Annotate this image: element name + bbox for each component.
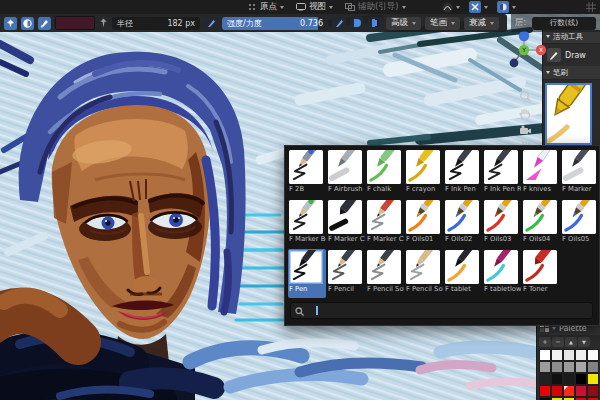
origin-dropdown[interactable]: 原点 bbox=[260, 1, 284, 13]
palette-swatch[interactable] bbox=[575, 349, 587, 361]
radius-slider[interactable]: 半径 182 px bbox=[112, 17, 200, 30]
brush-thumbnail[interactable] bbox=[328, 250, 362, 284]
brush-thumbnail[interactable] bbox=[367, 250, 401, 284]
brush-thumbnail[interactable] bbox=[484, 200, 518, 234]
pin-icon[interactable] bbox=[99, 18, 108, 28]
brush-thumbnail[interactable] bbox=[523, 250, 557, 284]
brush-thumbnail[interactable] bbox=[484, 250, 518, 284]
palette-swatch[interactable] bbox=[575, 373, 587, 385]
brush-thumbnail[interactable] bbox=[328, 200, 362, 234]
brush-item[interactable]: F Marker bbox=[561, 149, 599, 198]
view-dropdown[interactable]: 视图 bbox=[296, 1, 333, 13]
brush-item[interactable]: F tablet bbox=[444, 249, 482, 298]
brush-thumbnail[interactable] bbox=[328, 150, 362, 184]
palette-swatch[interactable] bbox=[575, 385, 587, 397]
orientation-dropdown[interactable] bbox=[469, 1, 488, 13]
palette-swatch[interactable] bbox=[587, 349, 599, 361]
guides-dropdown[interactable]: 辅助(引导) bbox=[345, 1, 406, 13]
palette-swatch[interactable] bbox=[563, 361, 575, 373]
brush-thumbnail[interactable] bbox=[406, 200, 440, 234]
brush-item[interactable]: F Pencil bbox=[327, 249, 365, 298]
axis-gizmo[interactable]: X Y bbox=[503, 29, 547, 81]
palette-swatch[interactable] bbox=[563, 373, 575, 385]
brush-item[interactable]: F Pen bbox=[288, 249, 326, 298]
palette-swatch[interactable] bbox=[551, 361, 563, 373]
brush-thumbnail[interactable] bbox=[289, 150, 323, 184]
brush-thumbnail[interactable] bbox=[562, 150, 596, 184]
palette-swatch[interactable] bbox=[563, 385, 575, 397]
brush-thumbnail[interactable] bbox=[367, 200, 401, 234]
brush-item[interactable]: F Toner bbox=[522, 249, 560, 298]
falloff-preview-dropdown[interactable] bbox=[442, 2, 460, 13]
brush-section-header[interactable]: 笔刷 bbox=[543, 66, 600, 80]
brush-thumbnail[interactable] bbox=[484, 150, 518, 184]
active-tool-row[interactable]: Draw bbox=[543, 44, 600, 66]
display-mode-dropdown[interactable] bbox=[497, 1, 516, 13]
palette-swatch[interactable] bbox=[575, 361, 587, 373]
strength-pressure-icon[interactable] bbox=[332, 17, 346, 30]
brush-item[interactable]: F Marker Chi... bbox=[366, 199, 404, 248]
brush-item[interactable]: F Pencil Soft... bbox=[405, 249, 443, 298]
brush-item[interactable]: F crayon bbox=[405, 149, 443, 198]
radius-pressure-icon[interactable] bbox=[204, 17, 218, 30]
brush-thumbnail[interactable] bbox=[523, 200, 557, 234]
strength-slider[interactable]: 强度/力度 0.736 bbox=[222, 17, 328, 30]
brush-item[interactable]: F Marker Chi... bbox=[327, 199, 365, 248]
pin-toggle[interactable] bbox=[4, 17, 17, 30]
brush-thumbnail[interactable] bbox=[445, 200, 479, 234]
brush-item[interactable]: F Ink Pen Ro... bbox=[483, 149, 521, 198]
brush-thumbnail[interactable] bbox=[523, 150, 557, 184]
brush-thumbnail[interactable] bbox=[445, 150, 479, 184]
brush-thumbnail[interactable] bbox=[367, 150, 401, 184]
brush-thumbnail[interactable] bbox=[289, 250, 323, 284]
active-tool-header[interactable]: 活动工具 bbox=[543, 30, 600, 44]
palette-swatch[interactable] bbox=[551, 373, 563, 385]
stroke-dropdown[interactable]: 笔画 bbox=[425, 17, 460, 30]
tablet-pressure-toggle[interactable] bbox=[38, 17, 51, 30]
palette-add-button[interactable]: + bbox=[539, 337, 551, 347]
brush-item[interactable]: F knives bbox=[522, 149, 560, 198]
palette-swatch[interactable] bbox=[551, 349, 563, 361]
palette-swatch[interactable] bbox=[539, 349, 551, 361]
brush-thumbnail[interactable] bbox=[406, 150, 440, 184]
palette-swatch[interactable] bbox=[539, 385, 551, 397]
brush-item[interactable]: F Oils03 bbox=[483, 199, 521, 248]
palette-remove-button[interactable]: − bbox=[552, 337, 564, 347]
palette-swatch[interactable] bbox=[587, 373, 599, 385]
palette-swatch[interactable] bbox=[587, 385, 599, 397]
brush-item[interactable]: F Oils01 bbox=[405, 199, 443, 248]
camera-icon[interactable] bbox=[519, 124, 532, 137]
brush-item[interactable]: F Airbrush bbox=[327, 149, 365, 198]
brush-item[interactable]: F tabletlow bbox=[483, 249, 521, 298]
brush-thumbnail[interactable] bbox=[406, 250, 440, 284]
palette-swatch[interactable] bbox=[587, 361, 599, 373]
falloff-dropdown[interactable]: 衰减 bbox=[464, 17, 499, 30]
brush-item[interactable]: F Oils05 bbox=[561, 199, 599, 248]
zoom-icon[interactable] bbox=[519, 90, 532, 103]
palette-swatch[interactable] bbox=[551, 385, 563, 397]
brush-thumbnail[interactable] bbox=[562, 200, 596, 234]
palette-swatch[interactable] bbox=[563, 349, 575, 361]
brush-item[interactable]: F Marker Bol... bbox=[288, 199, 326, 248]
palette-swatch[interactable] bbox=[539, 373, 551, 385]
blend-mode-icon-1[interactable] bbox=[350, 17, 364, 30]
palette-move-up-button[interactable]: ▲ bbox=[565, 337, 577, 347]
pan-hand-icon[interactable] bbox=[519, 107, 532, 120]
palette-move-down-button[interactable]: ▼ bbox=[578, 337, 590, 347]
palette-swatch[interactable] bbox=[539, 361, 551, 373]
brush-thumbnail[interactable] bbox=[289, 200, 323, 234]
brush-item[interactable]: F Oils02 bbox=[444, 199, 482, 248]
advanced-dropdown[interactable]: 高级 bbox=[386, 17, 421, 30]
brush-item[interactable]: F Oils04 bbox=[522, 199, 560, 248]
blend-mode-icon-2[interactable] bbox=[368, 17, 382, 30]
brush-preview[interactable] bbox=[545, 83, 592, 145]
brush-item[interactable]: F Pencil Soft bbox=[366, 249, 404, 298]
overlay-grid-icon[interactable] bbox=[586, 2, 596, 12]
layer-selector[interactable]: 行数(线) bbox=[532, 17, 596, 30]
brush-search-field[interactable] bbox=[290, 302, 593, 319]
falloff-toggle[interactable] bbox=[21, 17, 34, 30]
brush-item[interactable]: F chalk bbox=[366, 149, 404, 198]
brush-item[interactable]: F 2B bbox=[288, 149, 326, 198]
brush-color-field[interactable] bbox=[55, 16, 95, 30]
brush-search-input[interactable] bbox=[308, 303, 312, 318]
